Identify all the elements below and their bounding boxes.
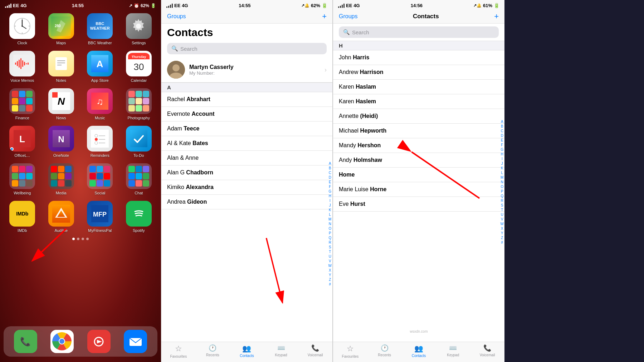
contact-row-haslem[interactable]: Karen Haslem bbox=[333, 94, 504, 109]
alpha3-x[interactable]: X bbox=[501, 226, 503, 231]
contact-row[interactable]: Al & Kate Bates bbox=[161, 136, 332, 151]
alpha-index-2[interactable]: A B C D E F G H I J K L M N O P Q R S T … bbox=[328, 161, 332, 287]
app-todo[interactable]: To-Do bbox=[122, 126, 156, 158]
alpha-d[interactable]: D bbox=[329, 175, 331, 180]
page-dot-2[interactable] bbox=[77, 238, 79, 240]
alpha3-u[interactable]: U bbox=[501, 212, 503, 217]
alpha3-q[interactable]: Q bbox=[501, 194, 503, 198]
search-bar-3[interactable]: 🔍 Search bbox=[339, 26, 499, 38]
add-contact-button-2[interactable]: + bbox=[322, 12, 327, 21]
alpha3-m[interactable]: M bbox=[501, 175, 503, 180]
tab-favourites-3[interactable]: ☆ Favourites bbox=[333, 344, 367, 358]
tab-recents-3[interactable]: 🕐 Recents bbox=[367, 344, 402, 358]
app-photography[interactable]: Photography bbox=[122, 88, 156, 120]
contact-row-horne[interactable]: Marie Luise Horne bbox=[333, 182, 504, 197]
alpha-g[interactable]: G bbox=[328, 189, 331, 194]
alpha3-n[interactable]: N bbox=[501, 180, 503, 184]
app-bbc-weather[interactable]: BBCWEATHER BBC Weather bbox=[83, 13, 117, 45]
app-calendar[interactable]: Thursday 30 Calendar bbox=[122, 51, 156, 83]
alpha3-e[interactable]: E bbox=[501, 138, 503, 143]
tab-favourites-2[interactable]: ☆ Favourites bbox=[161, 344, 196, 358]
groups-link-2[interactable]: Groups bbox=[167, 13, 186, 20]
alpha3-o[interactable]: O bbox=[501, 184, 503, 189]
tab-voicemail-3[interactable]: 📞 Voicemail bbox=[470, 344, 504, 358]
alpha3-k[interactable]: K bbox=[501, 166, 503, 170]
contact-row-harris[interactable]: John Harris bbox=[333, 50, 504, 65]
tab-voicemail-2[interactable]: 📞 Voicemail bbox=[298, 344, 332, 358]
tab-contacts-2[interactable]: 👥 Contacts bbox=[230, 344, 264, 358]
alpha-k[interactable]: K bbox=[329, 208, 331, 212]
alpha-h[interactable]: H bbox=[329, 194, 331, 198]
app-voice-memos[interactable]: Voice Memos bbox=[6, 51, 39, 83]
alpha3-p[interactable]: P bbox=[501, 189, 503, 194]
alpha-s[interactable]: S bbox=[329, 245, 331, 249]
app-finance[interactable]: Finance bbox=[6, 88, 39, 120]
contact-row-hurst[interactable]: Eve Hurst bbox=[333, 197, 504, 212]
app-maps[interactable]: 280 Maps bbox=[45, 13, 78, 45]
alpha-index-3[interactable]: A B C D E F G H I J K L M N O P Q R S T … bbox=[501, 119, 504, 245]
page-dot-4[interactable] bbox=[86, 238, 89, 240]
app-imdb[interactable]: IMDb IMDb bbox=[6, 201, 39, 233]
alpha3-w[interactable]: W bbox=[501, 222, 504, 226]
alpha-x[interactable]: X bbox=[329, 268, 331, 273]
contact-row[interactable]: Alan G Chadborn bbox=[161, 165, 332, 180]
alpha3-c[interactable]: C bbox=[501, 129, 503, 133]
add-contact-button-3[interactable]: + bbox=[494, 12, 499, 21]
tab-contacts-3[interactable]: 👥 Contacts bbox=[402, 344, 436, 358]
page-dot-3[interactable] bbox=[82, 238, 84, 240]
app-notes[interactable]: Notes bbox=[45, 51, 78, 83]
my-card[interactable]: Martyn Casserly My Number: › bbox=[161, 57, 332, 83]
contact-row[interactable]: Adam Teece bbox=[161, 122, 332, 136]
contact-row-hershon[interactable]: Mandy Hershon bbox=[333, 138, 504, 153]
alpha-w[interactable]: W bbox=[328, 263, 332, 268]
alpha-f[interactable]: F bbox=[329, 184, 331, 189]
alpha-j[interactable]: J bbox=[329, 203, 331, 208]
app-clock[interactable]: Clock bbox=[6, 13, 39, 45]
dock-phone[interactable]: 📞 bbox=[14, 330, 37, 353]
alpha3-g[interactable]: G bbox=[501, 147, 503, 152]
alpha-r[interactable]: R bbox=[329, 240, 331, 245]
alpha3-t[interactable]: T bbox=[501, 208, 503, 212]
tab-keypad-3[interactable]: ⌨️ Keypad bbox=[436, 344, 470, 358]
alpha-z[interactable]: Z bbox=[329, 277, 331, 282]
contact-row-haslam[interactable]: Karen Haslam bbox=[333, 80, 504, 94]
alpha-y[interactable]: Y bbox=[329, 273, 331, 277]
app-spotify[interactable]: Spotify bbox=[122, 201, 156, 233]
alpha-b[interactable]: B bbox=[329, 166, 331, 170]
app-news[interactable]: N News bbox=[45, 88, 78, 120]
alpha3-d[interactable]: D bbox=[501, 133, 503, 138]
contact-row[interactable]: Evernote Account bbox=[161, 107, 332, 122]
contact-row-hepworth[interactable]: Michael Hepworth bbox=[333, 124, 504, 138]
contact-row[interactable]: Rachel Abrahart bbox=[161, 92, 332, 107]
alpha-hash[interactable]: # bbox=[329, 282, 331, 287]
app-music[interactable]: ♫ Music bbox=[83, 88, 117, 120]
alpha-t[interactable]: T bbox=[329, 249, 331, 254]
groups-link-3[interactable]: Groups bbox=[339, 13, 357, 20]
alpha-o[interactable]: O bbox=[328, 226, 331, 231]
alpha3-z[interactable]: Z bbox=[501, 235, 503, 240]
contact-row[interactable]: Andrea Gideon bbox=[161, 195, 332, 209]
app-officel[interactable]: L OfficeL... bbox=[6, 126, 39, 158]
contact-row[interactable]: Kimiko Alexandra bbox=[161, 180, 332, 195]
app-app-store[interactable]: A App Store bbox=[83, 51, 117, 83]
alpha-m[interactable]: M bbox=[328, 217, 331, 222]
alpha3-v[interactable]: V bbox=[501, 217, 503, 222]
app-reminders[interactable]: Reminders bbox=[83, 126, 117, 158]
alpha-c[interactable]: C bbox=[329, 170, 331, 175]
app-myfitnesspal[interactable]: MFP MyFitnessPal bbox=[83, 201, 117, 233]
app-social[interactable]: Social bbox=[83, 163, 117, 195]
alpha3-r[interactable]: R bbox=[501, 198, 503, 203]
dock-chrome[interactable] bbox=[50, 330, 74, 353]
alpha-n[interactable]: N bbox=[329, 222, 331, 226]
alpha3-i[interactable]: I bbox=[502, 157, 503, 161]
alpha-v[interactable]: V bbox=[329, 259, 331, 263]
alpha-a[interactable]: A bbox=[329, 161, 331, 166]
alpha3-a[interactable]: A bbox=[501, 119, 503, 124]
tab-recents-2[interactable]: 🕐 Recents bbox=[196, 344, 230, 358]
contact-row-harrison[interactable]: Andrew Harrison bbox=[333, 65, 504, 80]
alpha-p[interactable]: P bbox=[329, 231, 331, 235]
app-onenote[interactable]: N OneNote bbox=[45, 126, 78, 158]
alpha3-hash[interactable]: # bbox=[501, 240, 503, 245]
page-dot-1[interactable] bbox=[72, 238, 75, 240]
app-chat[interactable]: Chat bbox=[122, 163, 156, 195]
